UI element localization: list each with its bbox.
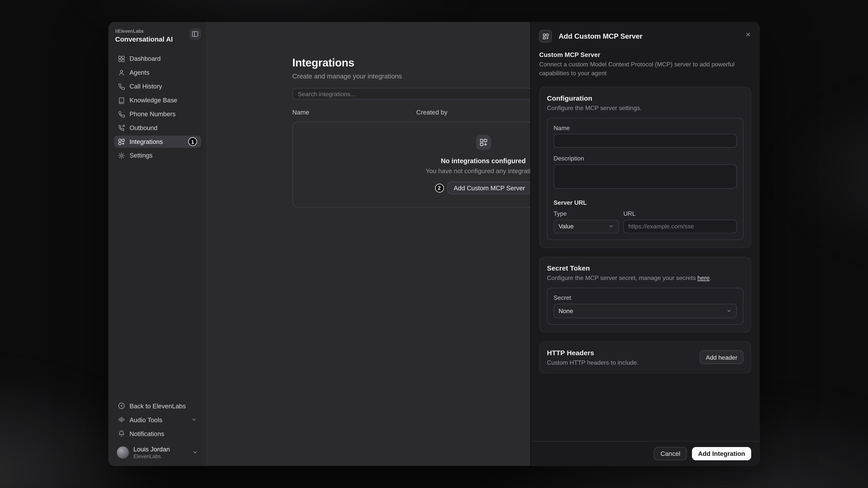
description-field[interactable] [554,164,737,189]
secret-select-value: None [559,307,573,314]
sidebar-item-dashboard[interactable]: Dashboard [114,53,201,65]
secret-token-title: Secret Token [547,264,744,272]
empty-state-actions: 2 Add Custom MCP Server [435,182,532,194]
profile-org: ElevenLabs [133,453,170,459]
outbound-icon [118,124,125,131]
url-field[interactable] [623,220,737,233]
close-icon [745,31,751,37]
notifications-button[interactable]: Notifications [114,428,201,440]
mcp-server-icon [539,30,552,42]
http-headers-card: HTTP Headers Custom HTTP headers to incl… [539,341,751,373]
integrations-icon [118,138,125,145]
footer-item-label: Back to ElevenLabs [130,402,186,409]
avatar [117,447,129,459]
secret-label: Secret [554,294,737,301]
secret-token-card: Secret Token Configure the MCP server se… [539,257,751,332]
sidebar-item-integrations[interactable]: Integrations 1 [114,135,201,148]
server-url-label: Server URL [554,199,737,206]
close-drawer-button[interactable] [743,29,753,39]
footer-item-label: Audio Tools [130,416,162,423]
description-label: Description [554,155,737,162]
main-content: Integrations Create and manage your inte… [207,22,760,466]
drawer-body: Custom MCP Server Connect a custom Model… [531,47,760,441]
audio-tools-menu[interactable]: Audio Tools [114,414,201,426]
type-label: Type [554,210,619,217]
user-profile-menu[interactable]: Louis Jordan ElevenLabs [114,444,201,459]
back-arrow-icon [118,402,125,410]
chevron-down-icon [609,224,614,229]
http-headers-subtitle: Custom HTTP headers to include. [547,359,639,366]
cancel-button[interactable]: Cancel [654,447,687,460]
footer-item-label: Notifications [130,430,164,437]
secret-subtitle-text: Configure the MCP server secret, manage … [547,274,698,281]
sidebar-item-label: Dashboard [130,56,161,62]
sidebar-item-label: Integrations [130,138,163,145]
configuration-subtitle: Configure the MCP server settings. [547,104,744,111]
url-label: URL [623,210,737,217]
annotation-marker-1: 1 [188,137,197,146]
sidebar-item-label: Knowledge Base [130,97,177,103]
dashboard-icon [118,55,125,62]
sidebar-item-outbound[interactable]: Outbound [114,122,201,134]
sidebar-item-agents[interactable]: Agents [114,66,201,78]
sidebar-item-call-history[interactable]: Call History [114,80,201,92]
secret-select[interactable]: None [554,304,737,318]
configuration-fieldset: Name Description Server URL Type Value [547,118,744,240]
drawer-title: Add Custom MCP Server [559,32,643,40]
column-header-name: Name [292,109,416,116]
add-header-button[interactable]: Add header [700,350,743,364]
secret-subtitle-period: . [710,274,711,281]
type-column: Type Value [554,210,619,233]
sidebar-spacer [114,162,201,400]
chevron-down-icon [192,450,198,456]
http-headers-title: HTTP Headers [547,349,639,357]
chevron-down-icon [191,417,197,423]
phone-numbers-icon [118,110,125,118]
agents-icon [118,69,125,76]
type-select-value: Value [559,223,574,230]
sidebar-item-knowledge-base[interactable]: Knowledge Base [114,94,201,106]
url-column: URL [623,210,737,233]
sidebar: IIElevenLabs Conversational AI Dashboard… [108,22,207,466]
empty-state-description: You have not configured any integrations [426,168,541,174]
collapse-sidebar-button[interactable] [189,28,201,40]
app-window: IIElevenLabs Conversational AI Dashboard… [108,22,760,466]
http-headers-text: HTTP Headers Custom HTTP headers to incl… [547,349,639,366]
app-title: Conversational AI [115,35,173,43]
sidebar-item-settings[interactable]: Settings [114,149,201,161]
secret-fieldset: Secret None [547,288,744,325]
back-to-elevenlabs-link[interactable]: Back to ElevenLabs [114,400,201,412]
sidebar-footer: Back to ElevenLabs Audio Tools Notificat… [114,400,201,459]
name-field[interactable] [554,134,737,148]
knowledge-base-icon [118,97,125,104]
drawer-header: Add Custom MCP Server [531,22,760,47]
secret-token-subtitle: Configure the MCP server secret, manage … [547,274,744,281]
sidebar-item-label: Agents [130,69,149,76]
profile-name: Louis Jordan [133,446,170,453]
add-custom-mcp-server-button[interactable]: Add Custom MCP Server [447,182,532,194]
empty-state-title: No integrations configured [441,157,526,165]
sidebar-item-label: Outbound [130,125,157,131]
profile-text: Louis Jordan ElevenLabs [133,446,170,459]
chevron-down-icon [726,308,732,314]
drawer-footer: Cancel Add Integration [531,441,760,466]
sidebar-item-label: Settings [130,152,153,159]
call-history-icon [118,83,125,90]
configuration-card: Configuration Configure the MCP server s… [539,87,751,248]
screen: IIElevenLabs Conversational AI Dashboard… [0,0,868,488]
type-select[interactable]: Value [554,220,619,233]
brand: IIElevenLabs Conversational AI [115,28,173,43]
manage-secrets-link[interactable]: here [698,274,710,281]
settings-gear-icon [118,152,125,159]
sidebar-item-phone-numbers[interactable]: Phone Numbers [114,108,201,120]
sidebar-header: IIElevenLabs Conversational AI [114,28,201,43]
waveform-icon [118,416,125,423]
add-mcp-server-drawer: Add Custom MCP Server Custom MCP Server … [530,22,760,466]
server-url-row: Type Value URL [554,210,737,233]
sidebar-item-label: Phone Numbers [130,111,176,118]
drawer-section-title: Custom MCP Server [539,52,751,58]
add-integration-button[interactable]: Add Integration [692,447,751,460]
bell-icon [118,430,125,437]
sidebar-item-label: Call History [130,83,162,90]
configuration-title: Configuration [547,95,744,102]
